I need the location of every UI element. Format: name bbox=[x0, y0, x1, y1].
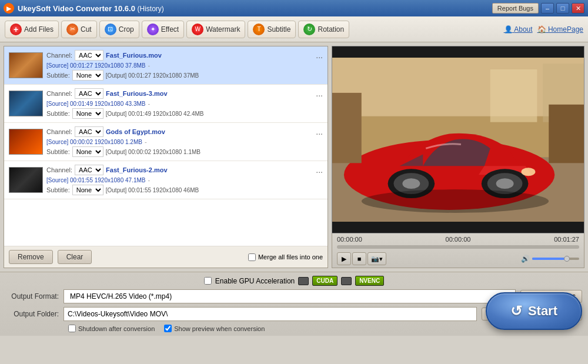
video-panel: 00:00:00 00:00:00 00:01:27 ▶ ■ 📷▾ 🔊 bbox=[332, 46, 584, 268]
gpu-icon-2 bbox=[341, 277, 352, 285]
remove-button[interactable]: Remove bbox=[9, 250, 53, 264]
subtitle-select[interactable]: None bbox=[72, 146, 103, 157]
playback-controls: ▶ ■ 📷▾ 🔊 bbox=[337, 252, 579, 265]
crop-button[interactable]: ⊡ Crop bbox=[99, 21, 139, 38]
watermark-label: Watermark bbox=[206, 25, 240, 34]
file-channel-row: Channel: AAC Fast_Furious-2.mov ... bbox=[46, 165, 323, 175]
file-menu-dots[interactable]: ... bbox=[316, 89, 323, 98]
rotation-button[interactable]: ↻ Rotation bbox=[298, 21, 349, 38]
play-button[interactable]: ▶ bbox=[337, 252, 351, 265]
svg-rect-16 bbox=[549, 105, 584, 163]
file-thumbnail bbox=[9, 129, 43, 155]
file-output: [Output] 00:00:02 1920x1080 1.1MB bbox=[106, 149, 201, 155]
file-info: Channel: AAC Fast_Furious-2.mov ... [Sou… bbox=[46, 165, 323, 195]
file-info: Channel: AAC Fast_Furious.mov ... [Sourc… bbox=[46, 50, 323, 81]
file-channel-row: Channel: AAC Gods of Egypt.mov ... bbox=[46, 126, 323, 137]
effect-icon: ✦ bbox=[147, 24, 159, 35]
add-files-button[interactable]: + Add Files bbox=[5, 21, 59, 38]
file-source-row: [Source] 00:01:55 1920x1080 47.1MB - bbox=[46, 176, 323, 183]
maximize-button[interactable]: □ bbox=[556, 3, 569, 14]
subtitle-row: Subtitle: None [Output] 00:01:27 1920x10… bbox=[46, 70, 323, 81]
camera-button[interactable]: 📷▾ bbox=[368, 252, 386, 265]
channel-select[interactable]: AAC bbox=[75, 126, 103, 137]
start-label: Start bbox=[528, 303, 557, 319]
progress-bar[interactable] bbox=[337, 245, 579, 249]
report-bugs-button[interactable]: Report Bugs bbox=[492, 3, 539, 14]
subtitle-select[interactable]: None bbox=[72, 70, 103, 81]
file-channel-row: Channel: AAC Fast_Furious-3.mov ... bbox=[46, 88, 323, 99]
svg-point-13 bbox=[521, 168, 535, 176]
output-folder-label: Output Folder: bbox=[6, 310, 59, 318]
cut-label: Cut bbox=[81, 25, 92, 34]
app-title: UkeySoft Video Converter 10.6.0 (History… bbox=[18, 4, 164, 13]
bottom-wrapper: Enable GPU Acceleration CUDA NVENC Outpu… bbox=[0, 272, 588, 336]
history-label: (History) bbox=[138, 5, 164, 13]
file-source-row: [Source] 00:00:02 1920x1080 1.2MB - bbox=[46, 138, 323, 145]
app-name: UkeySoft Video Converter 10.6.0 bbox=[18, 4, 135, 13]
file-output: [Output] 00:01:55 1920x1080 46MB bbox=[106, 187, 199, 193]
file-item[interactable]: Channel: AAC Fast_Furious.mov ... [Sourc… bbox=[4, 46, 328, 85]
clear-button[interactable]: Clear bbox=[58, 250, 92, 264]
shutdown-checkbox[interactable] bbox=[68, 325, 76, 332]
volume-thumb[interactable] bbox=[564, 256, 570, 262]
file-output: [Output] 00:01:27 1920x1080 37MB bbox=[106, 72, 199, 79]
app-icon: ▶ bbox=[4, 3, 14, 14]
file-thumbnail bbox=[9, 52, 43, 78]
video-frame bbox=[332, 46, 584, 233]
file-menu-dots[interactable]: ... bbox=[316, 127, 323, 136]
svg-point-14 bbox=[362, 189, 549, 213]
time-row: 00:00:00 00:00:00 00:01:27 bbox=[337, 236, 579, 243]
file-item[interactable]: Channel: AAC Fast_Furious-3.mov ... [Sou… bbox=[4, 85, 328, 123]
svg-rect-15 bbox=[332, 93, 362, 163]
file-dash: - bbox=[148, 62, 150, 69]
watermark-icon: W bbox=[192, 24, 203, 35]
output-format-label: Output Format: bbox=[6, 292, 59, 300]
about-button[interactable]: 👤 About bbox=[504, 25, 533, 34]
effect-button[interactable]: ✦ Effect bbox=[142, 21, 184, 38]
merge-checkbox[interactable] bbox=[248, 253, 256, 261]
channel-select[interactable]: AAC bbox=[75, 165, 103, 175]
file-thumbnail bbox=[9, 167, 43, 193]
file-item[interactable]: Channel: AAC Gods of Egypt.mov ... [Sour… bbox=[4, 123, 328, 161]
subtitle-select[interactable]: None bbox=[72, 108, 103, 119]
file-info: Channel: AAC Gods of Egypt.mov ... [Sour… bbox=[46, 126, 323, 157]
about-person-icon: 👤 bbox=[504, 25, 513, 34]
file-menu-dots[interactable]: ... bbox=[316, 51, 323, 60]
shutdown-option[interactable]: Shutdown after conversion bbox=[68, 325, 155, 332]
show-preview-checkbox[interactable] bbox=[164, 325, 172, 332]
merge-label: Merge all files into one bbox=[258, 253, 323, 261]
channel-select[interactable]: AAC bbox=[75, 50, 103, 61]
cut-icon: ✂ bbox=[66, 24, 78, 35]
minimize-button[interactable]: – bbox=[541, 3, 554, 14]
channel-label: Channel: bbox=[46, 166, 72, 173]
file-dash: - bbox=[148, 100, 150, 107]
volume-track[interactable] bbox=[532, 258, 579, 260]
subtitle-select[interactable]: None bbox=[72, 185, 103, 195]
gpu-checkbox[interactable] bbox=[204, 277, 212, 285]
file-name: Gods of Egypt.mov bbox=[106, 128, 313, 135]
close-button[interactable]: ✕ bbox=[572, 3, 584, 14]
channel-select[interactable]: AAC bbox=[75, 88, 103, 99]
file-name: Fast_Furious.mov bbox=[106, 52, 313, 59]
merge-checkbox-container[interactable]: Merge all files into one bbox=[248, 253, 323, 261]
file-list-scroll[interactable]: Channel: AAC Fast_Furious.mov ... [Sourc… bbox=[4, 46, 328, 246]
show-preview-option[interactable]: Show preview when conversion bbox=[164, 325, 265, 332]
subtitle-label: Subtitle: bbox=[46, 148, 70, 155]
file-menu-dots[interactable]: ... bbox=[316, 165, 323, 175]
file-item[interactable]: Channel: AAC Fast_Furious-2.mov ... [Sou… bbox=[4, 161, 328, 199]
start-button[interactable]: ↺ Start bbox=[486, 292, 582, 330]
watermark-button[interactable]: W Watermark bbox=[186, 21, 245, 38]
toolbar: + Add Files ✂ Cut ⊡ Crop ✦ Effect W Wate… bbox=[0, 16, 588, 42]
title-bar: ▶ UkeySoft Video Converter 10.6.0 (Histo… bbox=[0, 0, 588, 16]
home-icon: 🏠 bbox=[537, 25, 546, 34]
volume-icon: 🔊 bbox=[521, 255, 530, 263]
format-select[interactable]: MP4 HEVC/H.265 Video (*.mp4) bbox=[64, 289, 516, 303]
file-thumbnail bbox=[9, 91, 43, 116]
subtitle-button[interactable]: T Subtitle bbox=[248, 21, 296, 38]
stop-button[interactable]: ■ bbox=[352, 252, 366, 265]
folder-input[interactable] bbox=[64, 307, 477, 321]
cut-button[interactable]: ✂ Cut bbox=[61, 21, 97, 38]
homepage-button[interactable]: 🏠 HomePage bbox=[537, 25, 583, 34]
crop-label: Crop bbox=[119, 25, 134, 34]
volume-control: 🔊 bbox=[521, 255, 579, 263]
